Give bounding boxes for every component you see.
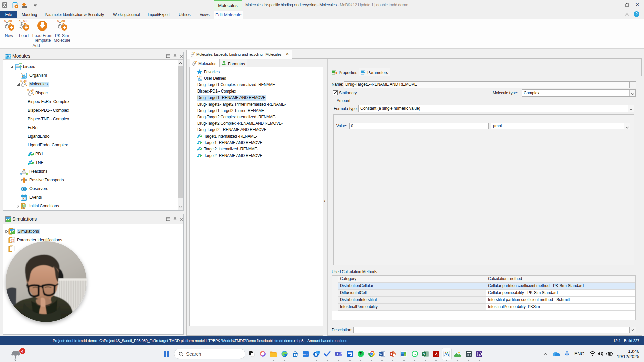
svg-text:O: O [27,89,29,91]
svg-text:O: O [20,80,22,82]
svg-text:W: W [379,353,382,356]
svg-text:OH: OH [23,20,27,22]
svg-text:X: X [423,353,425,356]
svg-text:OH: OH [8,20,12,22]
svg-text:4: 4 [21,349,24,354]
svg-text:T: T [337,352,339,356]
svg-text:O: O [57,20,59,22]
svg-text:OH: OH [61,20,65,22]
svg-text:H: H [24,203,25,205]
svg-text:O: O [19,20,21,22]
svg-text:DELL: DELL [303,353,308,355]
svg-text:i: i [335,72,336,74]
svg-text:O: O [4,20,6,22]
svg-text:P: P [390,353,392,356]
svg-text:OH: OH [24,80,27,82]
svg-text:OH: OH [193,52,195,53]
svg-text:OH: OH [195,61,197,62]
svg-text:PKSIM: PKSIM [16,66,19,67]
svg-text:OH: OH [31,89,34,91]
